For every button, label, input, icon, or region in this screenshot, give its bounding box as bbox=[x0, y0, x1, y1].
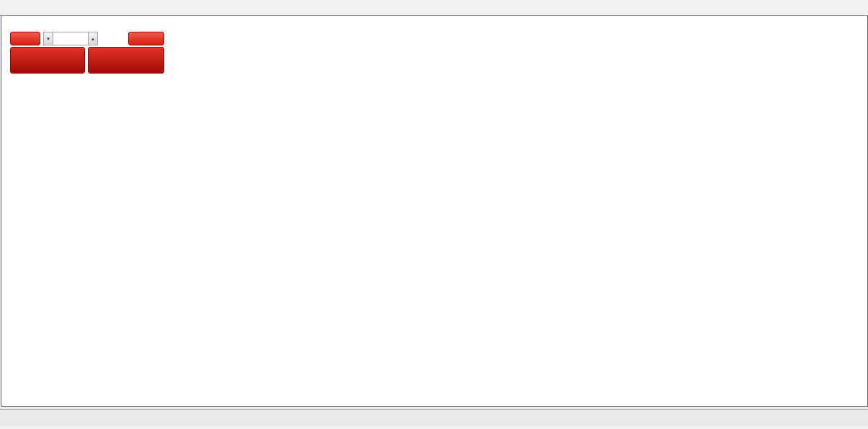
volume-stepper: ▼ ▲ bbox=[43, 32, 98, 45]
volume-increase-button[interactable]: ▲ bbox=[88, 32, 98, 45]
volume-decrease-button[interactable]: ▼ bbox=[43, 32, 53, 45]
up-arrow-icon: ▲ bbox=[91, 37, 95, 41]
timeframe-toolbar bbox=[0, 0, 868, 16]
buy-price-display[interactable] bbox=[88, 47, 164, 74]
volume-input[interactable] bbox=[53, 32, 88, 45]
sell-price-display[interactable] bbox=[10, 47, 85, 74]
buy-button[interactable] bbox=[128, 32, 164, 45]
sell-button[interactable] bbox=[10, 32, 40, 45]
chart-tab-bar bbox=[0, 410, 868, 426]
one-click-trading-panel: ▼ ▲ bbox=[10, 32, 166, 74]
mt4-terminal: { "toolbar": {"items": ["5","M30","H1","… bbox=[0, 0, 868, 429]
down-arrow-icon: ▼ bbox=[46, 37, 50, 41]
